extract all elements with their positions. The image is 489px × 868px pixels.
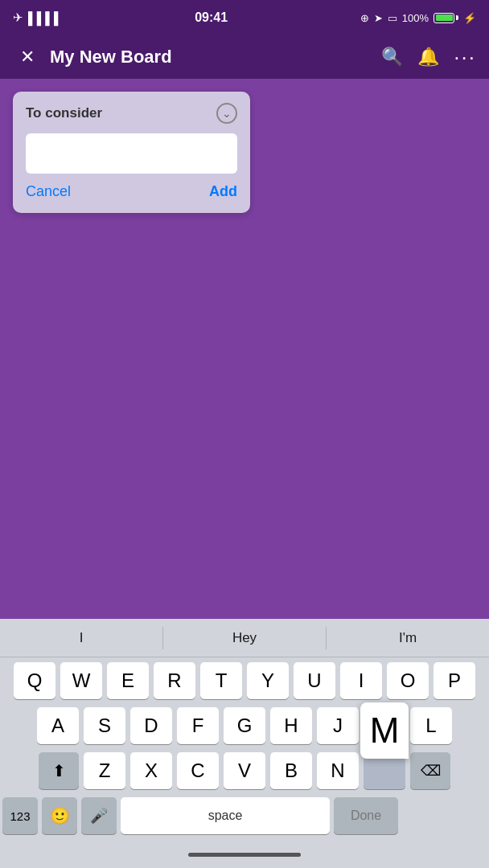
home-bar <box>188 853 301 857</box>
board-area: To consider ⌄ Cancel Add <box>0 79 489 497</box>
card-title: To consider <box>26 105 102 121</box>
key-j[interactable]: J <box>317 707 359 744</box>
airplane-icon: ✈ <box>13 10 23 25</box>
nav-left: ✕ My New Board <box>13 43 172 72</box>
key-u[interactable]: U <box>294 662 335 699</box>
key-q[interactable]: Q <box>14 662 55 699</box>
key-y[interactable]: Y <box>247 662 289 699</box>
key-c[interactable]: C <box>177 752 219 789</box>
key-d[interactable]: D <box>130 707 172 744</box>
close-button[interactable]: ✕ <box>13 43 42 72</box>
done-key[interactable]: Done <box>334 797 398 834</box>
card-header: To consider ⌄ <box>26 103 237 124</box>
battery-percent: 100% <box>402 12 429 24</box>
key-g[interactable]: G <box>224 707 265 744</box>
number-key[interactable]: 123 <box>2 797 38 834</box>
key-f[interactable]: F <box>177 707 219 744</box>
key-v[interactable]: V <box>224 752 265 789</box>
key-bottom-row: 123 🙂 🎤 space Done <box>0 797 489 841</box>
nav-bar: ✕ My New Board 🔍 🔔 ··· <box>0 35 489 79</box>
key-w[interactable]: W <box>60 662 102 699</box>
key-b[interactable]: B <box>270 752 312 789</box>
chevron-down-icon: ⌄ <box>222 107 232 120</box>
key-row-3: ⬆ Z X C V B N ⌫ <box>2 752 487 789</box>
key-m[interactable] <box>364 752 405 789</box>
key-t[interactable]: T <box>200 662 242 699</box>
key-r[interactable]: R <box>154 662 195 699</box>
predict-left[interactable]: I <box>0 619 162 657</box>
key-s[interactable]: S <box>84 707 125 744</box>
key-z[interactable]: Z <box>84 752 125 789</box>
signal-bars: ▌▌▌▌ <box>28 11 63 25</box>
charging-icon: ⚡ <box>463 12 476 24</box>
nav-right: 🔍 🔔 ··· <box>381 45 476 70</box>
key-a[interactable]: A <box>37 707 79 744</box>
key-h[interactable]: H <box>270 707 312 744</box>
key-x[interactable]: X <box>130 752 172 789</box>
predict-center[interactable]: Hey <box>163 619 326 657</box>
page-title: My New Board <box>50 47 172 68</box>
key-rows: Q W E R T Y U I O P A S D F G H J K L ⬆ … <box>0 657 489 789</box>
search-button[interactable]: 🔍 <box>381 47 403 68</box>
key-l[interactable]: L <box>410 707 452 744</box>
home-indicator <box>0 841 489 868</box>
backspace-key[interactable]: ⌫ <box>410 752 450 789</box>
card-actions: Cancel Add <box>26 183 237 200</box>
space-key[interactable]: space <box>121 797 330 834</box>
number-label: 123 <box>10 809 30 823</box>
key-e[interactable]: E <box>107 662 149 699</box>
predictive-bar: I Hey I'm <box>0 619 489 657</box>
emoji-icon: 🙂 <box>50 806 70 825</box>
screen-icon: ▭ <box>388 12 397 24</box>
keyboard: I Hey I'm Q W E R T Y U I O P A S D F G … <box>0 619 489 868</box>
status-time: 09:41 <box>195 10 228 25</box>
status-bar: ✈ ▌▌▌▌ 09:41 ⊕ ➤ ▭ 100% ⚡ <box>0 0 489 35</box>
collapse-button[interactable]: ⌄ <box>216 103 237 124</box>
status-left: ✈ ▌▌▌▌ <box>13 10 63 25</box>
key-o[interactable]: O <box>387 662 429 699</box>
to-consider-card: To consider ⌄ Cancel Add <box>13 92 250 213</box>
key-i[interactable]: I <box>340 662 382 699</box>
mic-icon: 🎤 <box>90 807 108 825</box>
nav-icon-status: ➤ <box>374 12 383 24</box>
predict-right[interactable]: I'm <box>327 619 489 657</box>
shift-key[interactable]: ⬆ <box>39 752 79 789</box>
add-button[interactable]: Add <box>209 183 237 200</box>
status-right: ⊕ ➤ ▭ 100% ⚡ <box>360 12 476 24</box>
notification-button[interactable]: 🔔 <box>417 47 439 68</box>
more-button[interactable]: ··· <box>454 45 476 70</box>
close-icon: ✕ <box>20 47 35 68</box>
key-row-2: A S D F G H J K L <box>2 707 487 744</box>
key-p[interactable]: P <box>434 662 475 699</box>
key-n[interactable]: N <box>317 752 359 789</box>
card-text-input[interactable] <box>26 133 237 174</box>
cancel-button[interactable]: Cancel <box>26 183 71 200</box>
key-row-1: Q W E R T Y U I O P <box>2 662 487 699</box>
emoji-key[interactable]: 🙂 <box>42 797 77 834</box>
mic-key[interactable]: 🎤 <box>81 797 117 834</box>
battery-icon <box>434 13 458 23</box>
location-icon: ⊕ <box>360 12 369 24</box>
